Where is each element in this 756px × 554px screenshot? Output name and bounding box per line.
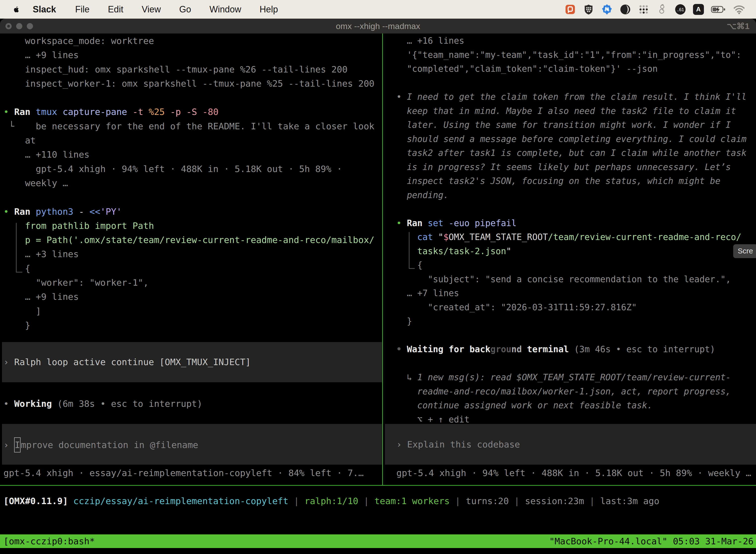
text-segment: /team/review-current-readme-and-reco/ (548, 232, 741, 242)
terminal-line: … +3 lines (3, 247, 375, 261)
text-segment: | (584, 496, 600, 506)
right-terminal-pane[interactable]: … +16 lines '{"team_name":"my-team","tas… (396, 34, 756, 427)
text-segment: p = Path('.omx/state/team/review-current… (3, 235, 375, 245)
terminal-line: … +16 lines (396, 34, 756, 48)
screen-tooltip: Scre (733, 244, 756, 258)
terminal-line: workspace_mode: worktree (3, 34, 375, 48)
prompt-placeholder-right[interactable]: › Explain this codebase (396, 437, 520, 451)
apple-menu-icon[interactable] (12, 4, 20, 14)
text-segment: • (3, 107, 14, 117)
terminal-line: "worker": "worker-1", (3, 276, 375, 290)
text-segment: OMX_TEAM_STATE_ROOT (449, 232, 548, 242)
text-segment: -euo pipefail (449, 218, 517, 228)
terminal-line: at (3, 133, 375, 148)
text-segment: [OMX#0.11.9] (3, 496, 68, 506)
battery-charging-icon[interactable] (711, 5, 726, 14)
menu-go[interactable]: Go (170, 4, 200, 15)
text-segment: … +9 lines (3, 292, 79, 302)
text-segment: ↳ 1 new msg(s): read $OMX_TEAM_STATE_ROO… (396, 372, 731, 382)
terminal-line: "subject": "send a concise recommendatio… (396, 272, 756, 286)
text-segment: is in progress? It seems likely but perh… (396, 162, 731, 172)
terminal-line: inspect_hud: omx sparkshell --tmux-pane … (3, 62, 375, 76)
terminal-line: • I need to get the claim token from the… (396, 90, 756, 104)
model-status-right: gpt-5.4 xhigh · 94% left · 488K in · 5.1… (396, 466, 751, 480)
text-segment: set (428, 218, 448, 228)
terminal-line: ] (3, 304, 375, 318)
output-connector-line (409, 232, 415, 269)
text-segment: (3m 46s • esc to interrupt) (569, 344, 715, 354)
terminal-line: is in progress? It seems likely but perh… (396, 160, 756, 174)
screen-recording-icon[interactable] (565, 4, 576, 15)
terminal-line: } (396, 314, 756, 328)
pane-divider[interactable] (382, 34, 383, 485)
text-segment: "subject": "send a concise recommendatio… (396, 274, 731, 284)
text-segment: weekly … (3, 178, 68, 188)
text-segment: session:23m (525, 496, 584, 506)
tmux-session-label[interactable]: [omx-cczip0:bash* (3, 535, 95, 548)
text-segment: gpt-5.4 xhigh · 94% left · 488K in · 5.1… (396, 468, 751, 478)
menu-bar: Slack File Edit View Go Window Help ..61… (0, 0, 756, 19)
menu-view[interactable]: View (132, 4, 170, 15)
shield-grid-icon[interactable] (583, 4, 594, 15)
text-segment: at (3, 135, 36, 146)
text-segment: • (396, 92, 407, 102)
text-segment: | (509, 496, 525, 506)
input-source-icon[interactable]: A (693, 4, 704, 15)
menu-file[interactable]: File (66, 4, 99, 15)
text-segment: terminal (522, 344, 569, 354)
terminal-line: { (396, 258, 756, 272)
omx-status-line: [OMX#0.11.9] cczip/essay/ai-reimplementa… (3, 494, 659, 508)
text-segment: } (3, 320, 30, 330)
text-segment: capture-pane (63, 107, 132, 117)
menu-help[interactable]: Help (251, 4, 287, 15)
text-segment: ralph:1/10 (305, 496, 359, 506)
text-segment: tmux (36, 107, 63, 117)
text-segment: I need to get the claim token from the c… (407, 92, 747, 102)
terminal-line: p = Path('.omx/state/team/review-current… (3, 233, 375, 247)
blue-badge-icon[interactable] (601, 4, 613, 15)
input-source-label: A (693, 4, 704, 15)
text-segment: "created_at": "2026-03-31T11:59:27.816Z" (396, 302, 637, 312)
text-segment: turns:20 (466, 496, 509, 506)
text-segment: Ran (14, 107, 36, 117)
text-segment: Working (14, 399, 52, 409)
text-segment: "worker": "worker-1", (3, 277, 148, 288)
terminal-line: └ be necessary for the end of the README… (3, 119, 375, 133)
text-segment: › (3, 357, 14, 367)
text-segment: task2 after task1 is complete, but can I… (396, 148, 747, 158)
text-segment: - (79, 207, 89, 217)
terminal-line: … +7 lines (396, 286, 756, 300)
terminal-line: weekly … (3, 176, 375, 190)
terminal-line: gpt-5.4 xhigh · 94% left · 488K in · 5.1… (3, 162, 375, 176)
text-segment: 'PY' (100, 207, 122, 217)
text-segment: "completed","claim_token":"claim-token"}… (396, 64, 658, 74)
prompt-placeholder-left[interactable]: › Improve documentation in @filename (3, 437, 198, 452)
terminal-line (3, 91, 375, 105)
text-segment: %25 (148, 107, 170, 117)
text-segment: ] (3, 306, 41, 316)
dots-grid-icon[interactable] (638, 4, 649, 15)
text-segment: › (3, 440, 14, 450)
text-segment: • (396, 344, 407, 354)
crescent-icon[interactable] (620, 4, 631, 15)
left-terminal-pane[interactable]: workspace_mode: worktree … +9 lines insp… (3, 34, 375, 332)
battery-percent-icon[interactable]: ..61 (675, 4, 686, 15)
terminal-line: "completed","claim_token":"claim-token"}… (396, 62, 756, 76)
text-segment: from pathlib import Path (3, 221, 154, 231)
text-segment: Ran (14, 207, 36, 217)
terminal-line: tasks/task-2.json" (396, 244, 756, 258)
menu-app-name[interactable]: Slack (25, 4, 66, 15)
terminal-line (396, 202, 756, 216)
menu-window[interactable]: Window (200, 4, 251, 15)
terminal-line: … +9 lines (3, 290, 375, 304)
terminal-line: • Ran python3 - <<'PY' (3, 205, 375, 219)
text-segment: '{"team_name":"my-team","task_id":"1","f… (396, 50, 741, 60)
terminal-line: from pathlib import Path (3, 219, 375, 233)
pane-bottom-border (0, 485, 756, 486)
text-segment: | (450, 496, 466, 506)
terminal-line (396, 356, 756, 371)
wifi-icon[interactable] (733, 4, 745, 14)
menu-edit[interactable]: Edit (99, 4, 132, 15)
squiggle-icon[interactable] (656, 4, 668, 15)
text-segment: mprove documentation in @filename (21, 440, 198, 450)
